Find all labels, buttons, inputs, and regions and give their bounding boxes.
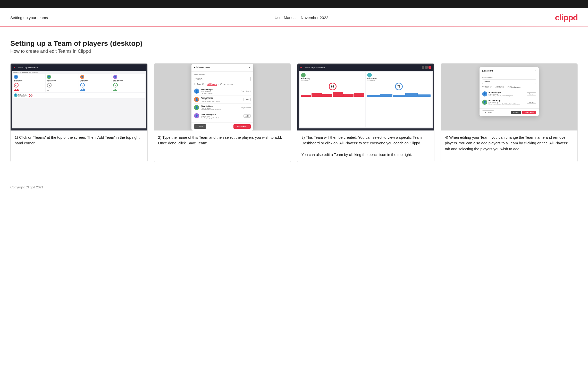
ss1-logo-dot: [14, 67, 15, 68]
page-subtitle: How to create and edit Teams in Clippd: [10, 49, 578, 54]
ss1-player-4: 👤 Dave Billingham 5.5 Handicap 78: [112, 74, 145, 92]
modal-body: Team Name * My Team (2) | All Players | …: [191, 72, 253, 122]
ss1-bottom-card: 👤 Richard Butler Plus Handicap 72: [13, 93, 145, 98]
edit-modal-footer: 🗑 Delete Cancel Save Team: [480, 108, 539, 116]
edit-player-info-2: Blair McHarg Plus Handicap Royal North D…: [489, 99, 526, 105]
edit-team-modal: Edit Team ✕ Team Name * My Team (2) | Al…: [480, 67, 539, 116]
ss1-nav-teams: My Performance: [25, 67, 38, 68]
ss1-bar: [14, 90, 15, 91]
modal-player-name-1: Adrian Player: [201, 89, 239, 91]
edit-player-name-1: Adrian Player: [489, 91, 526, 93]
ss3-bar: [343, 94, 354, 97]
modal-add-button-2[interactable]: Add: [243, 98, 251, 101]
modal-tab-allplayers[interactable]: All Players: [207, 83, 217, 86]
ss1-topbar: Home My Performance: [12, 65, 146, 70]
edit-team-name-input[interactable]: [482, 80, 536, 84]
modal-player-name-2: Adrian Coliba: [201, 97, 242, 99]
modal-player-detail-2b: Central London Golf Centre: [201, 101, 242, 102]
ss3-bar: [301, 95, 311, 97]
ss3-bar: [367, 95, 380, 97]
header-left-text: Setting up your teams: [10, 15, 48, 20]
modal-player-badge-3: Player Added: [241, 107, 251, 109]
ss1-bar: [18, 90, 19, 91]
ss1-score-4: 78: [113, 83, 118, 88]
ss3-bar: [354, 93, 364, 97]
card-1-text: 1) Click on 'Teams' at the top of the sc…: [11, 130, 147, 162]
modal-tabs: My Team (2) | All Players | Filter by na…: [194, 83, 251, 86]
edit-tab-allplayers[interactable]: All Players: [495, 86, 504, 88]
edit-modal-footer-right: Cancel Save Team: [511, 111, 536, 114]
top-bar: [0, 0, 588, 8]
ss3-action-2: [425, 66, 428, 69]
edit-cancel-button[interactable]: Cancel: [511, 111, 521, 114]
modal-avatar-3: 👤: [194, 105, 199, 110]
ss3-name-2: Richard Butler: [367, 78, 377, 80]
cards-grid: Home My Performance Showing 4 out of 4 p…: [10, 63, 578, 162]
modal-footer: Cancel Save Team: [191, 122, 253, 130]
ss3-bar: [418, 94, 430, 97]
modal-filter-label: Filter by name: [223, 83, 233, 85]
ss3-bars-1: [301, 92, 364, 97]
page-footer: Copyright Clippd 2021: [0, 183, 588, 194]
edit-avatar-2: 👤: [482, 100, 487, 105]
card-3-screenshot: Home My Performance Blair: [297, 64, 434, 130]
screenshot-1-bg: Home My Performance Showing 4 out of 4 p…: [11, 64, 147, 130]
ss1-bar: [115, 89, 116, 91]
ss1-nav-home: Home: [18, 67, 23, 68]
edit-filter-label: Filter by name: [510, 86, 520, 88]
ss1-score-1: 84: [14, 83, 19, 88]
modal-player-badge-1: Player Added: [241, 90, 251, 92]
ss1-bottom-name: Richard Butler: [18, 94, 27, 96]
modal-cancel-button[interactable]: Cancel: [194, 124, 206, 129]
modal-player-name-4: Dave Billingham: [201, 113, 242, 116]
trash-icon: 🗑: [484, 111, 486, 113]
edit-modal-title: Edit Team: [482, 69, 493, 72]
ss3-content: Blair McHarg Plus Handicap 94: [299, 71, 433, 128]
ss1-bottom-avatar: 👤: [14, 93, 18, 97]
edit-remove-button-1[interactable]: Remove: [527, 92, 536, 95]
ss3-bars-2: [367, 92, 430, 97]
modal-tab-myteam[interactable]: My Team (2): [194, 83, 204, 85]
edit-modal-close-icon[interactable]: ✕: [534, 69, 536, 72]
ss1-player-1: 👤 Adrian Coliba Plus Handicap 84: [13, 74, 45, 92]
ss1-bottom-score: 72: [29, 94, 32, 97]
add-new-team-modal: Add New Team ✕ Team Name * My Team (2) |…: [191, 64, 253, 130]
modal-team-name-input[interactable]: [194, 77, 251, 81]
header-divider: [0, 26, 588, 27]
card-2: Add New Team ✕ Team Name * My Team (2) |…: [154, 63, 291, 162]
modal-player-item-1: 👤 Adrian Player Plus Handicap The Shire …: [194, 87, 251, 95]
ss1-bar: [80, 90, 81, 91]
ss1-player-3: 👤 Blair McHarg Plus Handicap 94: [79, 74, 112, 92]
modal-header: Add New Team ✕: [191, 64, 253, 72]
ss1-bottom-info: Richard Butler Plus Handicap: [18, 94, 27, 97]
card-3-text-p2: You can also edit a Team by clicking the…: [301, 153, 412, 157]
edit-player-item-1: 👤 Adrian Player Plus Handicap The Shire,…: [482, 90, 536, 98]
modal-player-item-2: 👤 Adrian Coliba 1 Handicap Central Londo…: [194, 95, 251, 104]
modal-save-button[interactable]: Save Team: [233, 124, 251, 129]
modal-filter-checkbox[interactable]: [220, 83, 222, 85]
modal-close-icon[interactable]: ✕: [248, 66, 251, 69]
modal-player-name-3: Blair McHarg: [201, 105, 239, 107]
ss3-avatar-2: [367, 73, 372, 77]
ss1-pdetail-4: 5.5 Handicap: [113, 81, 144, 82]
modal-player-item-3: 👤 Blair McHarg Plus Handicap Royal North…: [194, 104, 251, 112]
edit-save-button[interactable]: Save Team: [522, 111, 536, 114]
ss1-player-2: 👤 Adrian Collins 1 Handicap 0: [46, 74, 78, 92]
ss3-bar: [380, 94, 392, 97]
ss1-bar: [16, 90, 17, 91]
ss1-bar: [84, 89, 85, 91]
page-title: Setting up a Team of players (desktop): [10, 39, 578, 48]
ss3-avatar-1: [301, 73, 306, 77]
modal-add-button-4[interactable]: Add: [243, 114, 251, 118]
edit-delete-button[interactable]: 🗑 Delete: [482, 110, 494, 114]
ss1-filter-text: Showing 4 out of 4 players from All Play…: [13, 72, 145, 73]
edit-delete-label: Delete: [487, 111, 492, 113]
edit-remove-button-2[interactable]: Remove: [527, 101, 536, 104]
ss3-topbar: Home My Performance: [299, 65, 433, 70]
edit-filter-checkbox[interactable]: [508, 86, 509, 88]
modal-player-info-4: Dave Billingham 5.5 Handicap The Dog Mag…: [201, 113, 242, 119]
ss3-nav-teams: My Performance: [312, 67, 325, 68]
ss3-score-1: 94: [329, 83, 337, 90]
ss1-pdetail-1: Plus Handicap: [14, 81, 45, 82]
edit-tab-myteam[interactable]: My Team (2): [482, 86, 492, 88]
